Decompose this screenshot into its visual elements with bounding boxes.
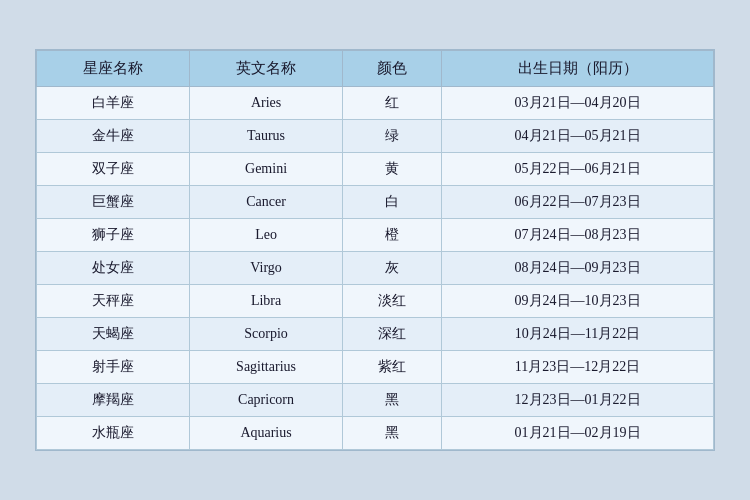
- cell-5-1: Virgo: [190, 252, 343, 285]
- cell-2-0: 双子座: [37, 153, 190, 186]
- cell-1-3: 04月21日—05月21日: [442, 120, 714, 153]
- cell-7-1: Scorpio: [190, 318, 343, 351]
- cell-8-2: 紫红: [343, 351, 442, 384]
- cell-10-0: 水瓶座: [37, 417, 190, 450]
- cell-3-1: Cancer: [190, 186, 343, 219]
- cell-8-1: Sagittarius: [190, 351, 343, 384]
- cell-9-0: 摩羯座: [37, 384, 190, 417]
- table-row: 白羊座Aries红03月21日—04月20日: [37, 87, 714, 120]
- cell-8-3: 11月23日—12月22日: [442, 351, 714, 384]
- cell-3-2: 白: [343, 186, 442, 219]
- table-row: 处女座Virgo灰08月24日—09月23日: [37, 252, 714, 285]
- cell-8-0: 射手座: [37, 351, 190, 384]
- cell-0-0: 白羊座: [37, 87, 190, 120]
- header-color: 颜色: [343, 51, 442, 87]
- cell-5-2: 灰: [343, 252, 442, 285]
- cell-5-0: 处女座: [37, 252, 190, 285]
- cell-9-2: 黑: [343, 384, 442, 417]
- cell-10-1: Aquarius: [190, 417, 343, 450]
- cell-2-1: Gemini: [190, 153, 343, 186]
- cell-1-1: Taurus: [190, 120, 343, 153]
- cell-4-2: 橙: [343, 219, 442, 252]
- cell-7-3: 10月24日—11月22日: [442, 318, 714, 351]
- table-row: 巨蟹座Cancer白06月22日—07月23日: [37, 186, 714, 219]
- cell-2-2: 黄: [343, 153, 442, 186]
- table-row: 射手座Sagittarius紫红11月23日—12月22日: [37, 351, 714, 384]
- cell-9-3: 12月23日—01月22日: [442, 384, 714, 417]
- table-row: 摩羯座Capricorn黑12月23日—01月22日: [37, 384, 714, 417]
- table-header-row: 星座名称 英文名称 颜色 出生日期（阳历）: [37, 51, 714, 87]
- zodiac-table-container: 星座名称 英文名称 颜色 出生日期（阳历） 白羊座Aries红03月21日—04…: [35, 49, 715, 451]
- header-dates: 出生日期（阳历）: [442, 51, 714, 87]
- cell-10-3: 01月21日—02月19日: [442, 417, 714, 450]
- zodiac-table: 星座名称 英文名称 颜色 出生日期（阳历） 白羊座Aries红03月21日—04…: [36, 50, 714, 450]
- table-row: 狮子座Leo橙07月24日—08月23日: [37, 219, 714, 252]
- table-row: 天蝎座Scorpio深红10月24日—11月22日: [37, 318, 714, 351]
- cell-0-1: Aries: [190, 87, 343, 120]
- cell-6-1: Libra: [190, 285, 343, 318]
- cell-1-0: 金牛座: [37, 120, 190, 153]
- cell-6-0: 天秤座: [37, 285, 190, 318]
- table-row: 水瓶座Aquarius黑01月21日—02月19日: [37, 417, 714, 450]
- cell-6-3: 09月24日—10月23日: [442, 285, 714, 318]
- cell-10-2: 黑: [343, 417, 442, 450]
- cell-3-3: 06月22日—07月23日: [442, 186, 714, 219]
- cell-0-2: 红: [343, 87, 442, 120]
- cell-4-3: 07月24日—08月23日: [442, 219, 714, 252]
- cell-6-2: 淡红: [343, 285, 442, 318]
- cell-4-0: 狮子座: [37, 219, 190, 252]
- cell-7-2: 深红: [343, 318, 442, 351]
- table-row: 金牛座Taurus绿04月21日—05月21日: [37, 120, 714, 153]
- cell-0-3: 03月21日—04月20日: [442, 87, 714, 120]
- cell-4-1: Leo: [190, 219, 343, 252]
- header-chinese-name: 星座名称: [37, 51, 190, 87]
- cell-5-3: 08月24日—09月23日: [442, 252, 714, 285]
- cell-1-2: 绿: [343, 120, 442, 153]
- table-row: 双子座Gemini黄05月22日—06月21日: [37, 153, 714, 186]
- cell-2-3: 05月22日—06月21日: [442, 153, 714, 186]
- table-row: 天秤座Libra淡红09月24日—10月23日: [37, 285, 714, 318]
- table-body: 白羊座Aries红03月21日—04月20日金牛座Taurus绿04月21日—0…: [37, 87, 714, 450]
- header-english-name: 英文名称: [190, 51, 343, 87]
- cell-3-0: 巨蟹座: [37, 186, 190, 219]
- cell-9-1: Capricorn: [190, 384, 343, 417]
- cell-7-0: 天蝎座: [37, 318, 190, 351]
